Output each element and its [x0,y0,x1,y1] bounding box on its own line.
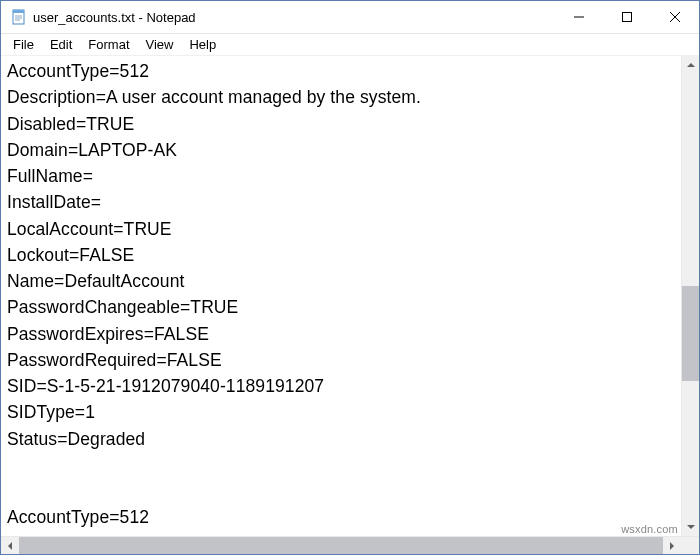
svg-rect-6 [623,13,632,22]
maximize-button[interactable] [603,1,651,33]
menu-help[interactable]: Help [181,35,224,54]
vertical-scrollbar[interactable] [681,56,699,536]
svg-marker-10 [687,525,695,529]
notepad-icon [11,9,27,25]
scroll-left-button[interactable] [1,537,19,554]
close-button[interactable] [651,1,699,33]
scrollbar-corner [681,537,699,554]
content-area: AccountType=512 Description=A user accou… [1,56,699,536]
menubar: File Edit Format View Help [1,34,699,56]
minimize-button[interactable] [555,1,603,33]
notepad-window: user_accounts.txt - Notepad File Edit Fo… [0,0,700,555]
horizontal-scroll-track[interactable] [19,537,663,554]
menu-view[interactable]: View [138,35,182,54]
horizontal-scroll-thumb[interactable] [19,537,663,554]
svg-marker-12 [670,542,674,550]
window-title: user_accounts.txt - Notepad [33,10,555,25]
titlebar[interactable]: user_accounts.txt - Notepad [1,1,699,34]
menu-file[interactable]: File [5,35,42,54]
vertical-scroll-thumb[interactable] [682,286,699,381]
scroll-right-button[interactable] [663,537,681,554]
svg-marker-11 [8,542,12,550]
menu-edit[interactable]: Edit [42,35,80,54]
svg-marker-9 [687,63,695,67]
horizontal-scrollbar[interactable] [1,536,699,554]
menu-format[interactable]: Format [80,35,137,54]
text-editor[interactable]: AccountType=512 Description=A user accou… [1,56,681,536]
scroll-down-button[interactable] [682,518,699,536]
svg-rect-1 [13,10,24,13]
window-controls [555,1,699,33]
scroll-up-button[interactable] [682,56,699,74]
watermark: wsxdn.com [621,523,678,535]
